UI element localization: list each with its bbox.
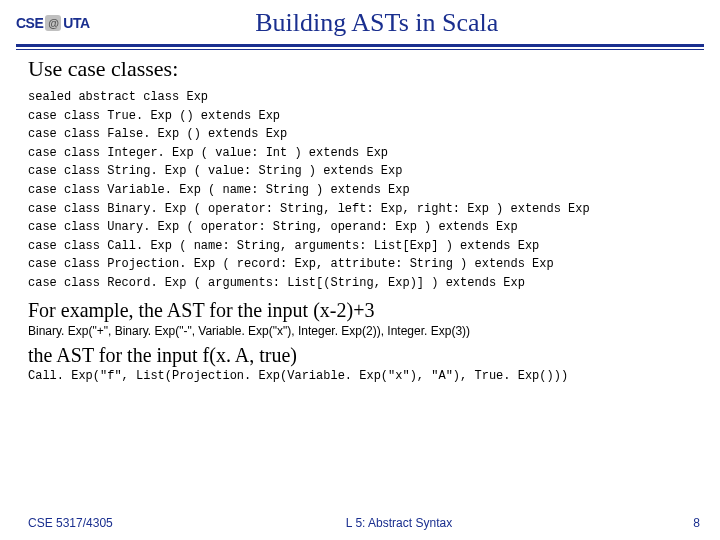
code-line: case class Projection. Exp ( record: Exp…: [28, 255, 700, 274]
logo: CSE @ UTA: [16, 15, 90, 31]
code-line: sealed abstract class Exp: [28, 88, 700, 107]
header: CSE @ UTA Building ASTs in Scala: [0, 0, 720, 42]
code-line: case class Integer. Exp ( value: Int ) e…: [28, 144, 700, 163]
code-line: case class Binary. Exp ( operator: Strin…: [28, 200, 700, 219]
code-line: case class True. Exp () extends Exp: [28, 107, 700, 126]
footer: CSE 5317/4305 L 5: Abstract Syntax 8: [28, 516, 700, 530]
slide: CSE @ UTA Building ASTs in Scala Use cas…: [0, 0, 720, 540]
logo-left: CSE: [16, 15, 43, 31]
example-1: Binary. Exp("+", Binary. Exp("-", Variab…: [28, 324, 700, 338]
content: Use case classes: sealed abstract class …: [0, 56, 720, 383]
body-text-1: For example, the AST for the input (x-2)…: [28, 299, 700, 322]
code-line: case class Call. Exp ( name: String, arg…: [28, 237, 700, 256]
code-line: case class Variable. Exp ( name: String …: [28, 181, 700, 200]
body-text-2: the AST for the input f(x. A, true): [28, 344, 700, 367]
slide-title: Building ASTs in Scala: [90, 8, 704, 38]
footer-center-wrap: L 5: Abstract Syntax: [28, 516, 700, 530]
footer-page: 8: [693, 516, 700, 530]
footer-course: CSE 5317/4305: [28, 516, 113, 530]
code-line: case class String. Exp ( value: String )…: [28, 162, 700, 181]
example-2: Call. Exp("f", List(Projection. Exp(Vari…: [28, 369, 700, 383]
title-rule: [16, 44, 704, 50]
at-icon: @: [45, 15, 61, 31]
code-line: case class Unary. Exp ( operator: String…: [28, 218, 700, 237]
code-line: case class False. Exp () extends Exp: [28, 125, 700, 144]
logo-right: UTA: [63, 15, 89, 31]
code-line: case class Record. Exp ( arguments: List…: [28, 274, 700, 293]
footer-lecture: L 5: Abstract Syntax: [346, 516, 452, 530]
subheading: Use case classes:: [28, 56, 700, 82]
